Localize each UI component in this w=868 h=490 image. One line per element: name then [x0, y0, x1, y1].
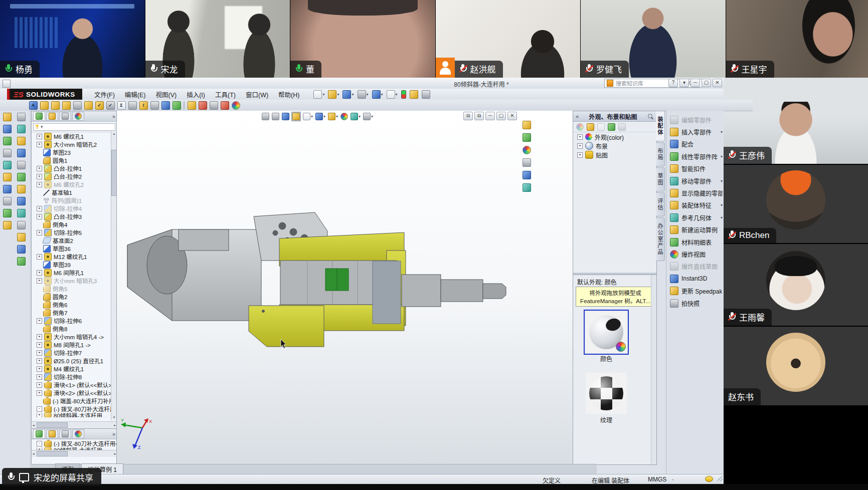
tree-item[interactable]: -(-) 拨叉-80刀补大连杆用< — [32, 405, 117, 413]
command-row[interactable]: 插入零部件▾ — [666, 126, 724, 138]
expand-icon[interactable]: + — [37, 182, 42, 187]
expand-icon[interactable]: + — [577, 152, 583, 158]
dropdown-arrow-icon[interactable]: ▾ — [396, 92, 398, 97]
palette-tool-icon[interactable] — [523, 146, 531, 154]
restore-button[interactable]: ▢ — [702, 79, 711, 87]
clipboard-button[interactable] — [409, 90, 419, 99]
motion-tree-hscrollbar[interactable]: ◂▸ — [32, 450, 117, 457]
video-tile-0[interactable]: 杨勇 — [0, 0, 145, 78]
block-button[interactable] — [221, 101, 229, 109]
side-tool-icon[interactable] — [3, 149, 12, 157]
expand-icon[interactable]: + — [37, 382, 42, 388]
tree-item[interactable]: +M4 螺纹孔1 — [32, 365, 117, 373]
tree-item[interactable]: +M8 间隙孔1 -> — [32, 341, 117, 349]
tab-configurationmanager-2[interactable] — [59, 429, 71, 438]
sidebar-video-tile-3[interactable]: 赵东书 — [724, 327, 868, 406]
check-circle-button[interactable] — [210, 101, 218, 109]
doc-close-icon[interactable]: ✕ — [507, 112, 517, 120]
side-tool-icon[interactable] — [17, 233, 26, 241]
print-button[interactable]: ▾ — [357, 90, 370, 99]
commandmanager-tab-2[interactable]: 草图 — [656, 167, 665, 191]
expand-icon[interactable]: + — [37, 447, 42, 450]
dropdown-arrow-icon[interactable]: ▾ — [721, 130, 723, 134]
tree-item[interactable]: +M6 螺纹孔1 — [32, 132, 117, 140]
zoom-fit-button[interactable] — [261, 112, 270, 121]
tab-appearancemanager-2[interactable] — [72, 429, 84, 438]
collapse-icon[interactable]: - — [37, 406, 42, 412]
tree-item[interactable]: +M6 间隙孔1 — [32, 269, 117, 277]
command-row[interactable]: 移动零部件▾ — [666, 175, 724, 187]
tab-featuremanager[interactable] — [33, 112, 45, 121]
dropdown-arrow-icon[interactable]: ▾ — [721, 215, 723, 220]
open-library-icon[interactable] — [587, 123, 594, 131]
tree-item[interactable]: 倒角4 — [32, 220, 117, 228]
expand-icon[interactable]: + — [37, 142, 42, 147]
tree-item[interactable]: +凸台-拉伸1 — [32, 164, 117, 172]
expand-icon[interactable]: + — [37, 358, 42, 364]
sidebar-video-tile-0[interactable]: 王彦伟 — [724, 78, 868, 165]
menu-view[interactable]: 视图(V) — [151, 88, 182, 101]
palette-tool-icon[interactable] — [523, 133, 531, 142]
side-tool-icon[interactable] — [17, 149, 26, 157]
dropdown-arrow-icon[interactable]: ▾ — [721, 203, 723, 207]
check-inactive-button[interactable]: ✓ — [106, 101, 114, 109]
commandmanager-tab-3[interactable]: 评估 — [656, 192, 665, 216]
video-tile-2[interactable]: 董 — [290, 0, 436, 78]
palette-tool-icon[interactable] — [523, 171, 531, 179]
replace-button[interactable] — [161, 101, 169, 109]
new-file-button[interactable]: ▾ — [312, 90, 325, 99]
command-row[interactable]: 爆炸直线草图 — [666, 261, 724, 273]
select-cursor-button[interactable]: ▾ — [386, 90, 399, 99]
tree-item[interactable]: +切除-拉伸5 — [32, 228, 117, 236]
tab-propertymanager[interactable] — [46, 112, 58, 121]
side-tool-icon[interactable] — [3, 209, 12, 217]
hide-show-items-button[interactable]: ▾ — [327, 112, 338, 121]
expand-icon[interactable]: + — [37, 278, 42, 284]
command-row[interactable]: 新建运动算例 — [666, 224, 724, 236]
exploded-view-button[interactable] — [188, 101, 196, 109]
tree-item[interactable]: 阵列(圆周)1 — [32, 196, 117, 204]
doc-cascade-icon[interactable]: ⧉ — [474, 112, 484, 120]
tree-item[interactable]: 倒角6 — [32, 301, 117, 309]
appearance-thumb-texture[interactable]: 纹理 — [583, 373, 629, 424]
tree-item[interactable]: 基准面2 — [32, 236, 117, 244]
scene-button[interactable]: ▾ — [350, 112, 361, 121]
expand-icon[interactable]: + — [37, 254, 42, 260]
appearance-tool-icon[interactable] — [576, 123, 584, 131]
side-tool-icon[interactable] — [3, 125, 12, 133]
dropdown-arrow-icon[interactable]: ▾ — [352, 92, 354, 97]
palette-tool-icon[interactable] — [523, 183, 531, 192]
dropdown-arrow-icon[interactable]: ▾ — [323, 114, 325, 119]
deviation-button[interactable] — [128, 101, 136, 109]
expand-icon[interactable]: + — [37, 350, 42, 356]
zoom-area-button[interactable] — [271, 112, 280, 121]
side-tool-icon[interactable] — [17, 173, 26, 181]
tree-item[interactable]: +滑块<2> (默认<<默认>_显 — [32, 389, 117, 397]
video-tile-1[interactable]: 宋龙 — [145, 0, 291, 78]
more-tabs-chevron-icon[interactable]: » — [112, 431, 115, 437]
tree-item[interactable]: +切除-拉伸8 — [32, 373, 117, 381]
tree-item[interactable]: +大小mm 暗销孔2 — [32, 140, 117, 148]
tree-item[interactable]: +M12 螺纹孔1 — [32, 253, 117, 261]
expand-icon[interactable]: + — [37, 342, 42, 348]
tree-item[interactable]: 倒角8 — [32, 325, 117, 333]
expand-icon[interactable]: + — [577, 134, 583, 140]
expand-icon[interactable]: + — [37, 174, 42, 179]
expand-icon[interactable]: + — [577, 143, 583, 149]
resize-grip[interactable] — [718, 476, 723, 481]
doc-restore-icon[interactable]: ⧉ — [463, 112, 473, 120]
side-tool-icon[interactable] — [17, 185, 26, 193]
tree-item[interactable]: +Ø25.0 (25) 直径孔1 — [32, 357, 117, 365]
expand-icon[interactable]: + — [37, 206, 42, 211]
sidebar-video-tile-1[interactable]: RBchen — [724, 165, 868, 244]
side-tool-icon[interactable] — [17, 113, 26, 121]
command-row[interactable]: 线性零部件阵列▾ — [666, 150, 724, 162]
tree-item[interactable]: +80倾斜器-大连杆用... — [32, 413, 117, 417]
tree-item[interactable]: +大小mm 暗销孔4 -> — [32, 333, 117, 341]
commandmanager-tab-0[interactable]: 装配体 — [656, 111, 665, 141]
expand-icon[interactable]: + — [37, 214, 42, 219]
minimize-button[interactable]: ─ — [690, 79, 700, 87]
help-button[interactable]: ? — [668, 79, 678, 87]
commandmanager-tab-1[interactable]: 布局 — [656, 142, 665, 166]
tree-item[interactable]: +切除-拉伸7 — [32, 349, 117, 357]
